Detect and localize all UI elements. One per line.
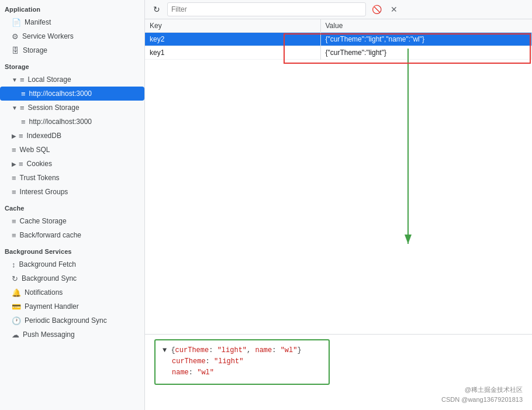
sidebar-item-label: Periodic Background Sync [25,316,107,325]
sidebar-item-label: http://localhost:3000 [29,118,92,126]
toolbar: ↻ 🚫 ✕ [145,0,532,19]
service-workers-icon: ⚙ [12,32,19,41]
sidebar-item-backforward-cache[interactable]: ≡ Back/forward cache [0,228,144,242]
local-storage-icon: ≡ [20,75,25,84]
localhost-local-icon: ≡ [21,89,26,98]
col-header-value: Value [320,19,532,33]
detail-brace-open: ▼ {curTheme: "light", name: "wl"} [163,346,302,354]
cell-value: {"curTheme":"light"} [320,46,532,60]
sidebar-item-payment-handler[interactable]: 💳 Payment Handler [0,299,144,313]
sidebar-item-label: Push Messaging [23,330,75,339]
bg-fetch-icon: ↕ [12,260,16,269]
trust-tokens-icon: ≡ [12,174,16,182]
sidebar-item-notifications[interactable]: 🔔 Notifications [0,285,144,299]
sidebar-item-label: IndexedDB [27,132,61,140]
sidebar-item-label: Service Workers [22,32,74,40]
sidebar-item-label: Storage [23,46,47,54]
col-header-key: Key [145,19,320,33]
sidebar-item-label: Back/forward cache [20,231,81,239]
cookies-icon: ≡ [19,160,23,168]
sidebar-item-localhost-session[interactable]: ≡ http://localhost:3000 [0,115,144,129]
watermark-line2: CSDN @wang13679201813 [441,395,523,405]
expand-arrow-local: ▼ [12,77,18,83]
detail-entry-name: name: "wl" [163,367,322,378]
filter-input[interactable] [167,2,366,16]
session-storage-icon: ≡ [20,104,25,112]
section-header-cache: Cache [0,199,144,214]
sidebar-item-label: Interest Groups [20,188,68,196]
cell-key: key2 [145,33,320,46]
cell-key: key1 [145,46,320,60]
watermark-line1: @稀土掘金技术社区 [441,385,523,395]
expand-arrow-cookies: ▶ [12,161,16,167]
cell-value: {"curTheme":"light","name":"wl"} [320,33,532,46]
main-panel: ↻ 🚫 ✕ Key Value [145,0,532,410]
close-button[interactable]: ✕ [387,2,401,16]
indexeddb-icon: ≡ [19,132,23,140]
no-entry-button[interactable]: 🚫 [369,2,384,16]
sidebar-item-push-messaging[interactable]: ☁ Push Messaging [0,328,144,342]
push-messaging-icon: ☁ [12,330,19,339]
reload-button[interactable]: ↻ [150,2,164,16]
sidebar-item-label: Notifications [25,288,63,297]
expand-arrow-indexeddb: ▶ [12,133,16,139]
backforward-cache-icon: ≡ [12,231,16,240]
watermark: @稀土掘金技术社区 CSDN @wang13679201813 [441,385,523,404]
data-table: Key Value key2 {"curTheme":"light","name… [145,19,532,60]
sidebar-item-label: Cookies [27,160,52,168]
sidebar-item-label: Trust Tokens [20,174,60,182]
detail-panel: ▼ {curTheme: "light", name: "wl"} curThe… [145,334,532,410]
table-row[interactable]: key2 {"curTheme":"light","name":"wl"} [145,33,532,46]
storage-icon: 🗄 [12,46,19,55]
sidebar-item-cache-storage[interactable]: ≡ Cache Storage [0,214,144,228]
detail-content: ▼ {curTheme: "light", name: "wl"} curThe… [163,345,322,379]
table-section: Key Value key2 {"curTheme":"light","name… [145,19,532,60]
sidebar-item-manifest[interactable]: 📄 Manifest [0,15,144,29]
sidebar-item-storage-app[interactable]: 🗄 Storage [0,43,144,57]
detail-entry-curTheme: curTheme: "light" [163,356,322,367]
spacer [145,60,532,334]
web-sql-icon: ≡ [12,146,16,154]
sidebar-item-indexeddb[interactable]: ▶ ≡ IndexedDB [0,129,144,143]
expand-arrow-session: ▼ [12,105,18,111]
sidebar-item-bg-sync[interactable]: ↻ Background Sync [0,271,144,285]
section-header-application: Application [0,0,144,15]
cache-storage-icon: ≡ [12,217,16,226]
sidebar-item-label: Local Storage [28,75,71,84]
sidebar-item-localhost-local[interactable]: ≡ http://localhost:3000 [0,87,144,101]
sidebar-item-session-storage[interactable]: ▼ ≡ Session Storage [0,101,144,115]
sidebar: Application 📄 Manifest ⚙ Service Workers… [0,0,145,410]
sidebar-item-label: http://localhost:3000 [29,89,92,98]
sidebar-item-label: Background Fetch [19,260,76,268]
periodic-bg-sync-icon: 🕐 [12,316,21,325]
sidebar-item-web-sql[interactable]: ≡ Web SQL [0,143,144,157]
sidebar-item-label: Cache Storage [20,217,67,225]
sidebar-item-label: Background Sync [22,274,77,282]
interest-groups-icon: ≡ [12,188,16,197]
localhost-session-icon: ≡ [21,118,26,126]
table-scroll[interactable]: Key Value key2 {"curTheme":"light","name… [145,19,532,60]
sidebar-item-label: Payment Handler [25,302,79,311]
manifest-icon: 📄 [12,18,21,27]
notifications-icon: 🔔 [12,288,21,297]
section-header-bg-services: Background Services [0,242,144,257]
sidebar-item-label: Web SQL [20,146,50,154]
table-row[interactable]: key1 {"curTheme":"light"} [145,46,532,60]
sidebar-item-bg-fetch[interactable]: ↕ Background Fetch [0,257,144,271]
section-header-storage: Storage [0,57,144,73]
payment-handler-icon: 💳 [12,302,21,311]
sidebar-item-periodic-bg-sync[interactable]: 🕐 Periodic Background Sync [0,313,144,328]
detail-value-box: ▼ {curTheme: "light", name: "wl"} curThe… [154,339,330,385]
sidebar-item-trust-tokens[interactable]: ≡ Trust Tokens [0,171,144,185]
sidebar-item-local-storage[interactable]: ▼ ≡ Local Storage [0,73,144,87]
bg-sync-icon: ↻ [12,274,18,283]
content-area: Key Value key2 {"curTheme":"light","name… [145,19,532,410]
sidebar-item-label: Session Storage [28,104,80,112]
sidebar-item-interest-groups[interactable]: ≡ Interest Groups [0,185,144,199]
sidebar-item-cookies[interactable]: ▶ ≡ Cookies [0,157,144,171]
sidebar-item-label: Manifest [25,18,51,26]
sidebar-item-service-workers[interactable]: ⚙ Service Workers [0,29,144,43]
